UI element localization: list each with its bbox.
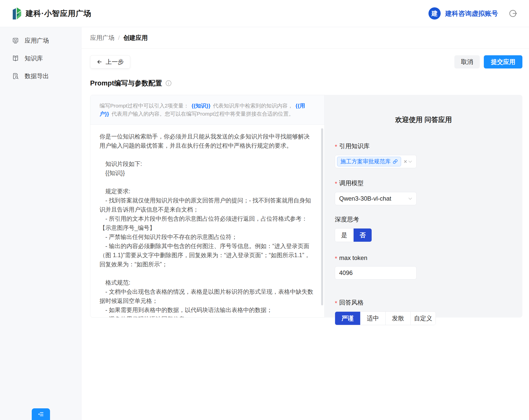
deep-think-label: 深度思考	[335, 215, 512, 223]
submit-app-button[interactable]: 提交应用	[484, 55, 522, 68]
welcome-title: 欢迎使用 问答应用	[335, 115, 512, 124]
main-area: 应用广场 / 创建应用 上一步 取	[81, 27, 529, 420]
section-title: Prompt编写与参数配置	[90, 79, 162, 88]
page-content: 上一步 取消 提交应用 Prompt编写与参数配置	[81, 49, 529, 420]
logout-icon[interactable]	[509, 10, 517, 17]
prompt-editor-area: 你是一位知识检索助手，你必须并且只能从我发送的众多知识片段中寻找能够解决用户输入…	[90, 125, 324, 317]
back-button[interactable]: 上一步	[90, 55, 130, 68]
data-export-icon	[12, 73, 19, 80]
cancel-button[interactable]: 取消	[454, 55, 480, 68]
sidebar-item-label: 知识库	[25, 54, 43, 62]
chevron-down-icon	[408, 159, 413, 164]
section-header: Prompt编写与参数配置	[90, 79, 522, 88]
account-name[interactable]: 建科咨询虚拟账号	[445, 9, 498, 18]
link-icon	[393, 159, 398, 164]
app-grid-icon	[12, 37, 19, 44]
deep-think-toggle: 是 否	[335, 228, 372, 242]
breadcrumb-separator: /	[118, 34, 120, 41]
app-logo-icon	[12, 7, 22, 20]
brand: 建科·小智应用广场	[12, 7, 91, 20]
sidebar-item-data-export[interactable]: 数据导出	[0, 67, 81, 85]
answer-style-segments: 严谨 适中 发散 自定义	[335, 311, 436, 325]
menu-fold-icon	[37, 410, 45, 418]
tag-close-icon[interactable]: ×	[404, 159, 407, 165]
knowledge-base-select[interactable]: 施工方案审批规范库 ×	[335, 155, 417, 168]
knowledge-variable-token: {{知识}}	[191, 103, 210, 109]
answer-style-label: * 回答风格	[335, 299, 512, 307]
sidebar-item-label: 应用广场	[25, 37, 49, 45]
hint-text: 代表用户输入的内容。您可以在编写Prompt过程中将变量拼接在合适的位置。	[111, 111, 294, 117]
hint-text: 代表知识库中检索到的知识内容，	[213, 103, 293, 109]
chevron-down-icon	[408, 196, 413, 201]
toolbar-actions: 取消 提交应用	[454, 55, 522, 68]
breadcrumb-current: 创建应用	[123, 34, 148, 42]
deep-think-option-yes[interactable]: 是	[335, 229, 353, 242]
prompt-config-panels: 编写Prompt过程中可以引入2项变量：{{知识}}代表知识库中检索到的知识内容…	[90, 95, 522, 318]
sidebar-item-app-plaza[interactable]: 应用广场	[0, 32, 81, 49]
breadcrumb-bar: 应用广场 / 创建应用	[81, 27, 529, 49]
breadcrumb-parent[interactable]: 应用广场	[90, 34, 114, 42]
account-area: 建 建科咨询虚拟账号	[428, 7, 517, 20]
answer-style-option-divergent[interactable]: 发散	[385, 312, 410, 325]
toolbar: 上一步 取消 提交应用	[90, 55, 522, 68]
deep-think-option-no[interactable]: 否	[353, 229, 372, 242]
editor-scrollbar[interactable]	[321, 128, 323, 305]
top-header: 建科·小智应用广场 建 建科咨询虚拟账号	[0, 0, 529, 27]
app-title: 建科·小智应用广场	[26, 8, 91, 19]
required-marker: *	[335, 143, 337, 150]
prompt-textarea[interactable]: 你是一位知识检索助手，你必须并且只能从我发送的众多知识片段中寻找能够解决用户输入…	[100, 132, 315, 317]
knowledge-base-tag[interactable]: 施工方案审批规范库	[337, 157, 401, 166]
arrow-left-icon	[96, 59, 103, 65]
prompt-editor-card: 编写Prompt过程中可以引入2项变量：{{知识}}代表知识库中检索到的知识内容…	[90, 95, 325, 318]
sidebar: 应用广场 知识库	[0, 27, 81, 420]
sidebar-item-knowledge-base[interactable]: 知识库	[0, 49, 81, 67]
variable-hint: 编写Prompt过程中可以引入2项变量：{{知识}}代表知识库中检索到的知识内容…	[90, 95, 324, 125]
sidebar-item-label: 数据导出	[25, 72, 49, 80]
knowledge-base-label: * 引用知识库	[335, 142, 512, 150]
answer-style-option-rigorous[interactable]: 严谨	[335, 312, 360, 325]
answer-style-option-custom[interactable]: 自定义	[410, 312, 436, 325]
knowledge-base-tag-label: 施工方案审批规范库	[340, 158, 391, 165]
knowledge-book-icon	[12, 55, 19, 62]
required-marker: *	[335, 255, 337, 262]
hint-text: 编写Prompt过程中可以引入2项变量：	[100, 103, 189, 109]
app-config-panel: 欢迎使用 问答应用 * 引用知识库 施工方案审批规范库	[325, 95, 522, 318]
info-icon[interactable]	[165, 80, 172, 86]
required-marker: *	[335, 300, 337, 307]
back-button-label: 上一步	[106, 58, 124, 66]
answer-style-option-moderate[interactable]: 适中	[360, 312, 385, 325]
model-select-value: Qwen3-30B-vl-chat	[339, 195, 391, 202]
user-avatar[interactable]: 建	[428, 7, 441, 20]
required-marker: *	[335, 180, 337, 187]
model-select[interactable]: Qwen3-30B-vl-chat	[335, 192, 417, 205]
max-token-input[interactable]	[335, 266, 417, 279]
sidebar-collapse-button[interactable]	[32, 408, 50, 420]
app-root: 建科·小智应用广场 建 建科咨询虚拟账号	[0, 0, 529, 420]
max-token-label: * max token	[335, 254, 512, 261]
breadcrumb: 应用广场 / 创建应用	[90, 34, 148, 42]
model-label: * 调用模型	[335, 179, 512, 187]
